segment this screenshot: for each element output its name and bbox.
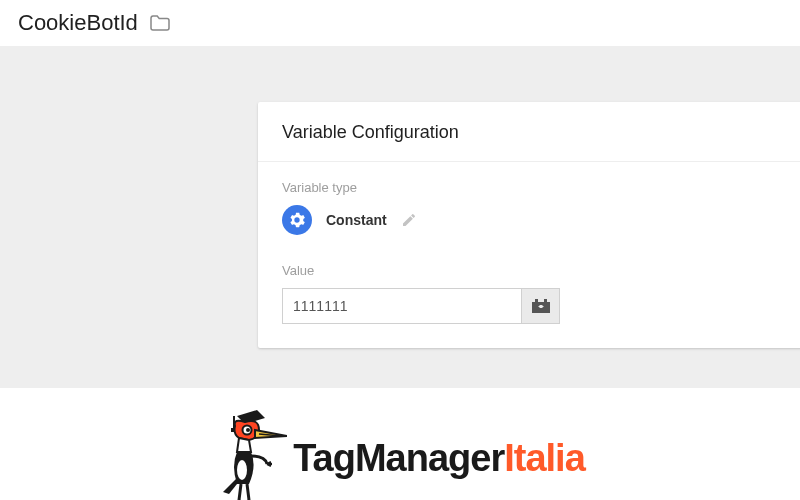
card-body: Variable type Constant Value — [258, 162, 800, 348]
value-row — [282, 288, 794, 324]
variable-name-title[interactable]: CookieBotId — [18, 10, 138, 36]
logo-text: TagManagerItalia — [293, 437, 585, 480]
woodpecker-icon — [215, 408, 287, 500]
card-title: Variable Configuration — [258, 102, 800, 162]
config-area: Variable Configuration Variable type Con… — [0, 46, 800, 388]
svg-point-12 — [237, 460, 247, 480]
variable-type-name: Constant — [326, 212, 387, 228]
value-label: Value — [282, 263, 794, 278]
pencil-icon[interactable] — [401, 212, 417, 228]
svg-line-14 — [247, 484, 249, 500]
svg-rect-4 — [538, 306, 543, 307]
svg-point-9 — [246, 428, 250, 432]
svg-rect-2 — [544, 299, 547, 302]
folder-icon[interactable] — [150, 15, 170, 31]
logo: TagManagerItalia — [0, 388, 800, 500]
svg-rect-1 — [535, 299, 538, 302]
value-input[interactable] — [282, 288, 522, 324]
page-header: CookieBotId — [0, 0, 800, 46]
variable-type-row[interactable]: Constant — [282, 205, 794, 235]
logo-text-part1: TagManager — [293, 437, 504, 479]
gear-icon — [282, 205, 312, 235]
logo-text-part2: Italia — [504, 437, 585, 479]
value-variable-picker-button[interactable] — [522, 288, 560, 324]
variable-config-card: Variable Configuration Variable type Con… — [258, 102, 800, 348]
svg-line-13 — [239, 484, 241, 500]
variable-type-label: Variable type — [282, 180, 794, 195]
